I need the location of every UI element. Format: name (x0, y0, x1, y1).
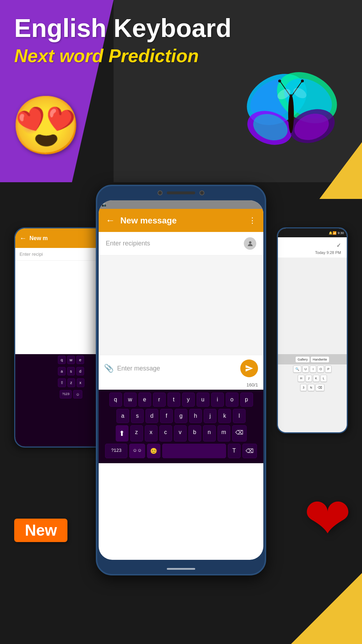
left-kb-e[interactable]: e (76, 356, 84, 364)
left-kb-w[interactable]: w (67, 356, 75, 364)
phone-main-screen: 📷 ← New message ⋮ Enter recipients (99, 200, 263, 560)
svg-point-12 (301, 80, 304, 82)
kb-l[interactable]: l (233, 409, 246, 423)
right-kb-u[interactable]: U (302, 366, 309, 373)
status-bar-icon: 📷 (102, 202, 106, 207)
send-button[interactable] (240, 359, 258, 377)
right-kb-p[interactable]: P (325, 366, 331, 373)
kb-e[interactable]: e (138, 393, 151, 407)
right-phone-checkmark: ✓ (281, 240, 344, 250)
heart-decoration: ❤ (304, 485, 351, 552)
butterfly-decoration (241, 64, 341, 163)
char-count-display: 160/1 (99, 381, 263, 390)
contact-picker-icon[interactable] (244, 237, 256, 250)
main-phone-app-header: ← New message ⋮ (99, 209, 263, 232)
kb-a[interactable]: a (116, 409, 129, 423)
kb-u[interactable]: u (197, 393, 209, 407)
left-kb-shift[interactable]: ⇧ (58, 378, 66, 387)
kb-k[interactable]: k (218, 409, 231, 423)
message-input-field[interactable]: Enter message (117, 365, 237, 372)
main-phone-status-bar: 📷 (99, 200, 263, 209)
kb-p[interactable]: p (240, 393, 253, 407)
right-kb-gallery[interactable]: Gallery (296, 357, 309, 362)
right-kb-k[interactable]: K (313, 375, 319, 382)
kb-v[interactable]: v (174, 425, 187, 442)
main-phone-back-button[interactable]: ← (106, 215, 115, 226)
left-kb-d[interactable]: d (76, 367, 84, 375)
main-phone-title: New message (120, 216, 243, 226)
app-subtitle: Next word Prediction (14, 45, 348, 66)
kb-z[interactable]: z (130, 425, 143, 442)
kb-delete[interactable]: ⌫ (232, 425, 247, 442)
kb-y[interactable]: y (182, 393, 195, 407)
kb-space[interactable] (162, 444, 226, 458)
right-kb-toolbar: Gallery Handwrite (278, 355, 347, 364)
right-kb-l[interactable]: L (320, 375, 327, 382)
kb-special-chars[interactable]: ☺☺ (129, 444, 145, 458)
right-kb-n[interactable]: N (308, 384, 314, 391)
phone-speaker (167, 191, 195, 194)
kb-emoji[interactable]: 😊 (147, 444, 160, 458)
kb-c[interactable]: c (159, 425, 172, 442)
app-title: English Keyboard (14, 14, 348, 42)
kb-t-icon[interactable]: T (228, 444, 241, 458)
left-kb-z[interactable]: z (67, 378, 75, 387)
kb-d[interactable]: d (146, 409, 158, 423)
kb-x[interactable]: x (145, 425, 158, 442)
phone-right-screen: 🔔📶 9:30 ✓ Today 9:28 PM Gallery Handwrit… (278, 228, 347, 432)
phone-main: 📷 ← New message ⋮ Enter recipients (96, 185, 266, 575)
left-kb-q[interactable]: q (58, 356, 66, 364)
kb-n[interactable]: n (203, 425, 216, 442)
right-kb-row-3: 3 N ⌫ (278, 383, 347, 392)
kb-h[interactable]: h (189, 409, 202, 423)
right-phone-status-icons: 🔔📶 (329, 231, 336, 235)
kb-j[interactable]: j (204, 409, 216, 423)
kb-row-2: a s d f g h j k l (100, 409, 262, 423)
right-kb-search[interactable]: 🔍 (293, 366, 301, 373)
right-kb-row-2: H J K L (278, 374, 347, 383)
left-phone-back-arrow: ← (20, 234, 27, 242)
kb-i[interactable]: i (211, 393, 224, 407)
home-bar (167, 568, 195, 570)
kb-row-3: ⬆ z x c v b n m ⌫ (100, 425, 262, 442)
attach-icon[interactable]: 📎 (104, 364, 114, 373)
new-badge: New (14, 519, 67, 542)
header-section: English Keyboard Next word Prediction (0, 0, 362, 74)
right-phone-timestamp: Today 9:28 PM (281, 250, 344, 255)
kb-shift[interactable]: ⬆ (116, 425, 128, 442)
kb-f[interactable]: f (160, 409, 173, 423)
kb-m[interactable]: m (218, 425, 230, 442)
left-kb-x[interactable]: x (77, 378, 84, 387)
main-phone-menu-button[interactable]: ⋮ (248, 216, 256, 225)
right-kb-3[interactable]: 3 (300, 384, 307, 391)
left-kb-123[interactable]: ?123 (60, 390, 72, 399)
right-kb-h[interactable]: H (298, 375, 305, 382)
kb-t[interactable]: t (168, 393, 180, 407)
left-kb-s[interactable]: s (67, 367, 75, 375)
right-phone-content: ✓ Today 9:28 PM (278, 237, 347, 258)
kb-123[interactable]: ?123 (105, 444, 127, 458)
right-kb-j[interactable]: J (306, 375, 312, 382)
left-kb-emoji[interactable]: ☺ (73, 390, 82, 399)
right-kb-del[interactable]: ⌫ (316, 384, 324, 391)
phones-container: ← New m Enter recipi q w e a s d ⇧ z (21, 185, 341, 632)
kb-q[interactable]: q (109, 393, 122, 407)
kb-b[interactable]: b (188, 425, 201, 442)
front-sensor (199, 190, 204, 195)
main-phone-recipients-row: Enter recipients (99, 232, 263, 255)
kb-r[interactable]: r (153, 393, 166, 407)
left-kb-a[interactable]: a (58, 367, 66, 375)
kb-s[interactable]: s (131, 409, 144, 423)
right-kb-i[interactable]: I (310, 366, 316, 373)
right-kb-handwrite[interactable]: Handwrite (311, 357, 329, 362)
front-camera (158, 190, 163, 195)
right-kb-o[interactable]: O (317, 366, 324, 373)
kb-g[interactable]: g (175, 409, 187, 423)
right-kb-row-1: 🔍 U I O P (278, 364, 347, 374)
kb-w[interactable]: w (124, 393, 137, 407)
svg-point-10 (278, 80, 281, 82)
svg-point-8 (288, 94, 294, 133)
kb-o[interactable]: o (226, 393, 238, 407)
kb-backspace[interactable]: ⌫ (242, 444, 257, 458)
main-phone-recipients-input[interactable]: Enter recipients (106, 240, 244, 247)
